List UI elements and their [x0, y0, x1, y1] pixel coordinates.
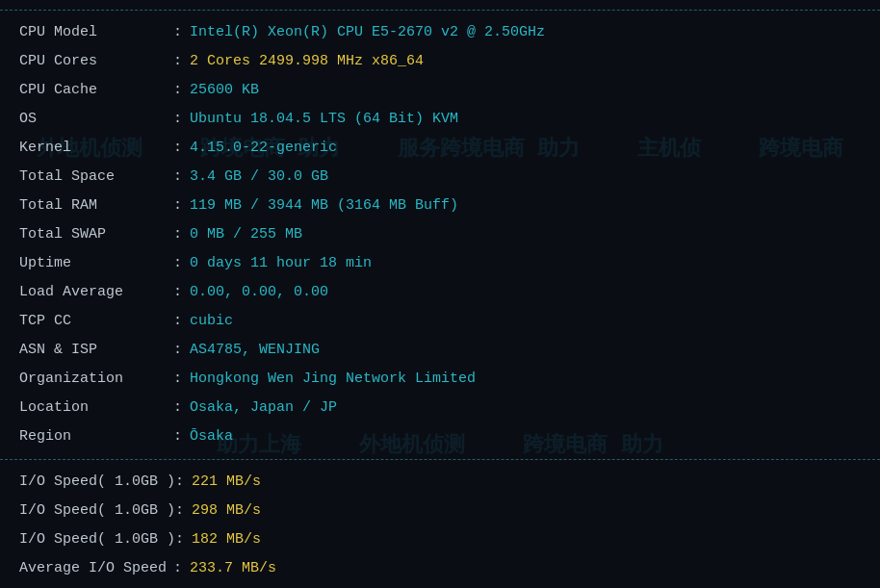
row-value: 0 days 11 hour 18 min — [190, 252, 372, 275]
row-value: 119 MB / 3944 MB (3164 MB Buff) — [190, 194, 458, 217]
info-section: CPU Model: Intel(R) Xeon(R) CPU E5-2670 … — [0, 14, 880, 455]
row-colon: : — [173, 79, 182, 102]
info-row: CPU Model: Intel(R) Xeon(R) CPU E5-2670 … — [0, 18, 880, 47]
row-colon: : — [173, 137, 182, 160]
info-row: I/O Speed( 1.0GB ): 182 MB/s — [0, 525, 880, 554]
row-label: I/O Speed( 1.0GB ) — [19, 499, 175, 523]
row-value: Ōsaka — [190, 425, 233, 448]
info-row: Total RAM: 119 MB / 3944 MB (3164 MB Buf… — [0, 192, 880, 220]
row-label: I/O Speed( 1.0GB ) — [19, 528, 175, 551]
info-row: CPU Cache: 25600 KB — [0, 76, 880, 105]
row-colon: : — [173, 425, 182, 448]
row-value: Intel(R) Xeon(R) CPU E5-2670 v2 @ 2.50GH… — [190, 21, 545, 44]
row-colon: : — [173, 166, 182, 189]
row-label: CPU Cache — [19, 79, 173, 102]
row-value: 2 Cores 2499.998 MHz x86_64 — [190, 50, 424, 73]
row-label: Average I/O Speed — [19, 557, 173, 580]
row-colon: : — [173, 108, 182, 131]
info-section: I/O Speed( 1.0GB ): 221 MB/sI/O Speed( 1… — [0, 464, 880, 587]
row-colon: : — [173, 396, 182, 420]
row-colon: : — [175, 528, 184, 551]
info-row: Region: Ōsaka — [0, 422, 880, 451]
row-label: Total SWAP — [19, 223, 173, 246]
row-value: Hongkong Wen Jing Network Limited — [190, 368, 476, 391]
row-value: 3.4 GB / 30.0 GB — [190, 166, 328, 189]
row-colon: : — [175, 471, 184, 494]
info-row: TCP CC: cubic — [0, 307, 880, 336]
row-colon: : — [173, 310, 182, 333]
info-row: Total Space: 3.4 GB / 30.0 GB — [0, 163, 880, 192]
info-row: Kernel: 4.15.0-22-generic — [0, 134, 880, 163]
info-row: Average I/O Speed: 233.7 MB/s — [0, 554, 880, 583]
row-label: Region — [19, 425, 173, 448]
row-value: AS4785, WENJING — [190, 339, 320, 362]
row-label: Uptime — [19, 252, 173, 275]
info-row: ASN & ISP: AS4785, WENJING — [0, 336, 880, 365]
row-colon: : — [175, 499, 184, 523]
row-value: cubic — [190, 310, 233, 333]
row-colon: : — [173, 50, 182, 73]
divider — [0, 10, 880, 11]
row-colon: : — [173, 339, 182, 362]
main-content: CPU Model: Intel(R) Xeon(R) CPU E5-2670 … — [0, 0, 880, 588]
row-label: Total RAM — [19, 194, 173, 217]
row-colon: : — [173, 281, 182, 304]
row-value: 0.00, 0.00, 0.00 — [190, 281, 328, 304]
info-row: Total SWAP: 0 MB / 255 MB — [0, 220, 880, 249]
row-value: 4.15.0-22-generic — [190, 137, 337, 160]
info-row: CPU Cores: 2 Cores 2499.998 MHz x86_64 — [0, 47, 880, 76]
info-row: Organization: Hongkong Wen Jing Network … — [0, 365, 880, 394]
row-value: Osaka, Japan / JP — [190, 396, 337, 420]
row-label: ASN & ISP — [19, 339, 173, 362]
row-value: 25600 KB — [190, 79, 259, 102]
row-label: Location — [19, 396, 173, 420]
row-value: 182 MB/s — [192, 528, 261, 551]
row-value: 221 MB/s — [192, 471, 261, 494]
row-value: Ubuntu 18.04.5 LTS (64 Bit) KVM — [190, 108, 458, 131]
row-label: Kernel — [19, 137, 173, 160]
row-label: Load Average — [19, 281, 173, 304]
row-colon: : — [173, 194, 182, 217]
row-label: CPU Model — [19, 21, 173, 44]
row-label: Organization — [19, 368, 173, 391]
info-row: I/O Speed( 1.0GB ): 298 MB/s — [0, 497, 880, 525]
row-colon: : — [173, 21, 182, 44]
info-row: Location: Osaka, Japan / JP — [0, 394, 880, 422]
info-row: I/O Speed( 1.0GB ): 221 MB/s — [0, 468, 880, 497]
row-label: CPU Cores — [19, 50, 173, 73]
row-value: 0 MB / 255 MB — [190, 223, 302, 246]
row-value: 233.7 MB/s — [190, 557, 276, 580]
row-label: OS — [19, 108, 173, 131]
divider — [0, 459, 880, 460]
row-label: Total Space — [19, 166, 173, 189]
row-label: TCP CC — [19, 310, 173, 333]
info-row: OS: Ubuntu 18.04.5 LTS (64 Bit) KVM — [0, 105, 880, 134]
row-colon: : — [173, 557, 182, 580]
row-label: I/O Speed( 1.0GB ) — [19, 471, 175, 494]
row-colon: : — [173, 252, 182, 275]
row-colon: : — [173, 368, 182, 391]
info-row: Load Average: 0.00, 0.00, 0.00 — [0, 278, 880, 307]
row-value: 298 MB/s — [192, 499, 261, 523]
info-row: Uptime: 0 days 11 hour 18 min — [0, 249, 880, 278]
row-colon: : — [173, 223, 182, 246]
